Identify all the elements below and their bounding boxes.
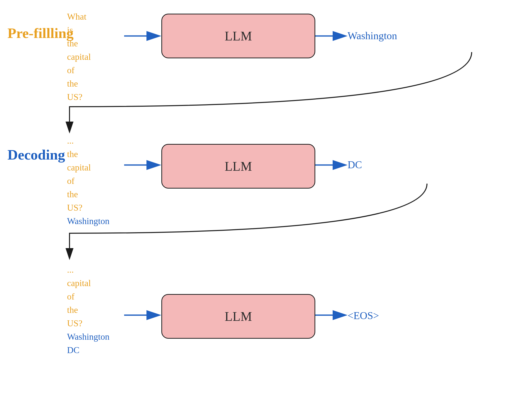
decoding2-input-text: ... capital of the US? Washington DC (67, 263, 109, 357)
input-line-2: is (67, 23, 91, 37)
d1-line-1: ... (67, 134, 109, 147)
d1-line-7: Washington (67, 214, 109, 228)
llm-label-3: LLM (225, 309, 252, 324)
llm-label-2: LLM (225, 159, 252, 174)
prefilling-label: Pre-fillling (7, 25, 73, 41)
d2-line-6: Washington (67, 330, 109, 343)
input-line-7: US? (67, 90, 91, 104)
d2-line-2: capital (67, 276, 109, 290)
llm-box-1: LLM (161, 14, 315, 58)
input-line-3: the (67, 37, 91, 50)
prefilling-input-text: What is the capital of the US? (67, 10, 91, 104)
decoding1-input-text: ... the capital of the US? Washington (67, 134, 109, 228)
input-line-5: of (67, 64, 91, 77)
d1-line-5: the (67, 188, 109, 201)
d2-line-7: DC (67, 343, 109, 357)
d2-line-1: ... (67, 263, 109, 276)
decoding2-output: <EOS> (348, 310, 379, 322)
input-line-1: What (67, 10, 91, 23)
d1-line-4: of (67, 174, 109, 188)
d1-line-3: capital (67, 161, 109, 174)
prefilling-output: Washington (348, 30, 397, 42)
d1-line-2: the (67, 147, 109, 161)
input-line-4: capital (67, 50, 91, 64)
llm-box-3: LLM (161, 294, 315, 339)
d2-line-5: US? (67, 317, 109, 330)
llm-box-2: LLM (161, 144, 315, 189)
d2-line-3: of (67, 290, 109, 303)
llm-label-1: LLM (225, 29, 252, 43)
d1-line-6: US? (67, 201, 109, 214)
d2-line-4: the (67, 303, 109, 317)
decoding-label: Decoding (7, 146, 65, 163)
input-line-6: the (67, 77, 91, 90)
decoding1-output: DC (348, 159, 362, 171)
